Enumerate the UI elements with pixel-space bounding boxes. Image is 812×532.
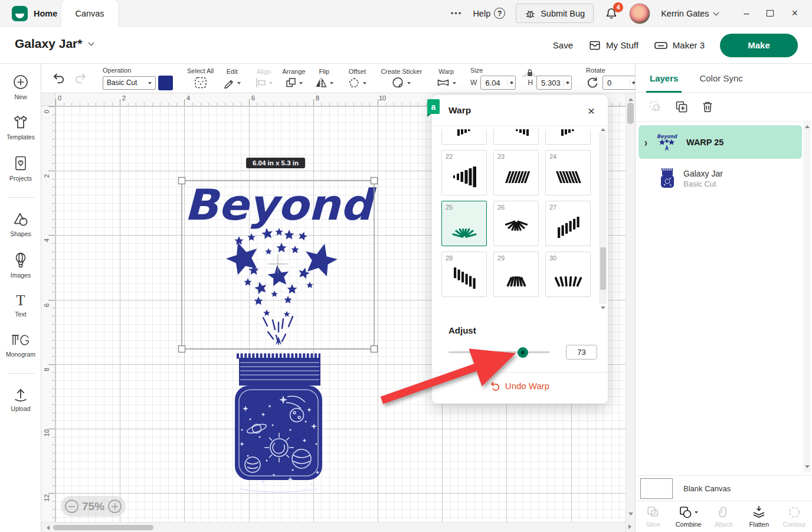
adjust-slider-track[interactable] [448,351,550,353]
warp-button[interactable]: Warp [431,68,461,89]
selection-handle-nw[interactable] [179,178,185,184]
scroll-up-arrow[interactable] [805,123,810,128]
warp-style-partial[interactable] [545,129,591,145]
warp-style-24[interactable]: 24 [545,150,591,195]
save-button[interactable]: Save [553,40,573,50]
warp-style-partial[interactable] [493,129,539,145]
window-maximize-button[interactable] [767,10,774,17]
layer-thumbnail: Beyond [654,132,679,152]
scroll-up-arrow[interactable] [601,126,605,131]
avatar[interactable] [629,3,650,24]
sidebar-item-upload[interactable]: Upload [0,386,41,412]
create-sticker-button[interactable]: Create Sticker [376,68,427,89]
warp-style-26[interactable]: 26 [493,201,539,246]
layers-scrollbar[interactable] [803,120,811,472]
height-input[interactable] [536,76,572,90]
warp-style-partial[interactable] [441,129,487,145]
sidebar-item-projects[interactable]: Projects [0,155,41,182]
scroll-down-arrow[interactable] [628,513,633,518]
adjust-value-input[interactable] [566,345,597,360]
blank-canvas-row[interactable]: Blank Canvas [636,475,812,501]
horizontal-scroll-thumb[interactable] [53,525,153,530]
height-stepper[interactable] [564,79,569,86]
project-title-menu[interactable]: Galaxy Jar* [15,37,93,51]
overflow-menu-icon[interactable]: ••• [451,9,463,18]
operation-select[interactable]: Basic Cut [103,76,156,90]
close-icon[interactable]: × [588,105,595,117]
rotate-value[interactable] [607,79,630,87]
redo-button[interactable] [71,70,90,87]
selection-handle-sw[interactable] [179,346,185,353]
machine-select-button[interactable]: Maker 3 [654,39,705,52]
adjust-value[interactable] [567,345,597,359]
sidebar-item-images[interactable]: Images [0,252,41,279]
duplicate-button[interactable] [675,100,689,114]
undo-button[interactable] [50,70,68,87]
scroll-up-arrow[interactable] [628,96,633,101]
operation-color-swatch[interactable] [158,76,173,90]
window-minimize-button[interactable]: – [744,8,749,19]
offset-button[interactable]: Offset [343,68,371,89]
user-menu[interactable]: Kerrin Gates [661,9,718,18]
height-label: H [528,79,533,87]
canvas-vertical-scrollbar[interactable] [626,93,635,532]
window-close-button[interactable]: × [791,7,798,19]
make-button[interactable]: Make [720,34,798,57]
layer-row-galaxy-jar[interactable]: Galaxy Jar Basic Cut [639,163,802,194]
flip-button[interactable]: Flip [310,68,338,89]
sidebar-divider [7,197,34,198]
width-value[interactable] [485,79,508,87]
galaxy-jar-object[interactable] [235,356,322,492]
warp-style-30[interactable]: 30 [545,252,591,297]
warp-style-29[interactable]: 29 [493,252,539,297]
warp-panel-scrollbar[interactable] [599,132,607,304]
scroll-left-arrow[interactable] [44,526,50,530]
canvas-horizontal-scrollbar[interactable] [41,522,626,532]
delete-button[interactable] [700,100,715,114]
rotate-input[interactable] [603,76,638,90]
adjust-slider-knob[interactable] [518,347,528,358]
scroll-down-arrow[interactable] [601,306,605,312]
warp-scroll-thumb[interactable] [600,247,606,290]
selection-handle-ne[interactable] [371,178,378,184]
warp-style-22[interactable]: 22 [441,150,487,195]
warp-style-25[interactable]: 25 [441,201,487,246]
submit-bug-button[interactable]: Submit Bug [516,4,594,23]
rotate-icon[interactable] [586,76,599,89]
tab-color-sync[interactable]: Color Sync [699,64,742,93]
help-button[interactable]: Help ? [473,8,505,19]
sidebar-item-shapes[interactable]: Shapes [0,210,41,237]
tab-home[interactable]: Home [0,0,61,27]
vertical-scroll-thumb[interactable] [627,103,634,124]
zoom-out-button[interactable] [65,500,78,513]
tab-layers[interactable]: Layers [650,64,678,93]
sidebar-item-text[interactable]: T Text [0,293,41,318]
width-stepper[interactable] [508,79,513,86]
my-stuff-button[interactable]: My Stuff [588,39,639,52]
warp-style-23[interactable]: 23 [493,150,539,195]
warp-style-27[interactable]: 27 [545,201,591,246]
undo-warp-button[interactable]: Undo Warp [432,381,608,391]
adjust-label: Adjust [448,325,476,335]
edit-button[interactable]: Edit [218,68,245,89]
flatten-button[interactable]: Flatten [741,501,777,532]
tab-canvas[interactable]: Canvas [61,0,118,27]
combine-button[interactable]: Combine [671,501,706,532]
chevron-right-icon[interactable]: › [644,135,647,149]
select-all-button[interactable]: Select All [182,67,218,89]
sidebar-item-new[interactable]: New [0,73,41,100]
layer-row-warp25[interactable]: › Beyond WARP 25 [639,125,802,159]
width-input[interactable] [480,76,516,90]
scroll-right-arrow[interactable] [628,524,634,529]
selection-handle-se[interactable] [371,346,378,353]
rotate-label: Rotate [586,67,605,74]
sidebar-item-templates[interactable]: Templates [0,113,41,141]
arrange-button[interactable]: Arrange [277,68,310,89]
height-value[interactable] [541,79,564,87]
notifications-button[interactable]: 4 [604,6,618,21]
zoom-in-button[interactable] [108,500,122,513]
sidebar-item-monogram[interactable]: Monogram [0,332,41,358]
warp-style-28[interactable]: 28 [441,252,487,297]
scroll-down-arrow[interactable] [805,465,810,471]
lock-icon[interactable] [522,68,538,77]
